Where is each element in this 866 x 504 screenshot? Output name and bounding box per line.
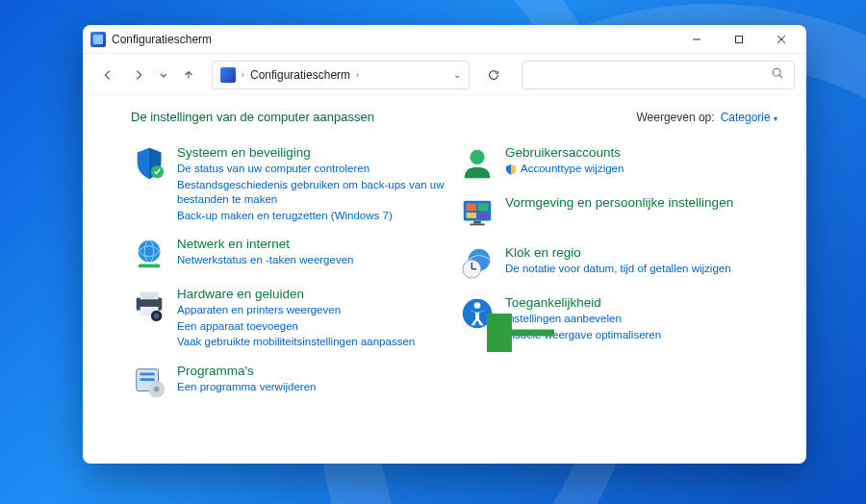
viewby-label: Weergeven op: [636,111,714,124]
category-title[interactable]: Systeem en beveiliging [177,145,449,161]
forward-button[interactable] [125,62,152,88]
category-title[interactable]: Klok en regio [505,245,731,261]
close-button[interactable] [760,26,802,53]
address-bar[interactable]: › Configuratiescherm › ⌄ [212,61,470,89]
right-column: Gebruikersaccounts Accounttype wijzigen [459,145,777,414]
printer-icon [131,287,167,323]
category-accessibility: Toegankelijkheid Instellingen aanbevelen… [459,295,777,342]
category-network: Netwerk en internet Netwerkstatus en -ta… [131,237,449,273]
search-icon [771,66,784,83]
chevron-down-icon: ▾ [774,114,777,123]
category-sublink[interactable]: Back-up maken en terugzetten (Windows 7) [177,209,449,224]
category-appearance: Vormgeving en persoonlijke instellingen [459,195,777,232]
viewby-dropdown[interactable]: Categorie ▾ [721,111,777,124]
svg-rect-11 [140,292,159,300]
app-icon [90,32,106,47]
category-sublink[interactable]: Bestandsgeschiedenis gebruiken om back-u… [177,178,449,208]
category-system: Systeem en beveiliging De status van uw … [131,145,449,223]
category-title[interactable]: Vormgeving en persoonlijke instellingen [505,195,733,211]
address-icon [220,67,236,83]
category-title[interactable]: Programma's [177,364,316,379]
category-sublink[interactable]: Visuele weergave optimaliseren [505,328,661,343]
titlebar: Configuratiescherm [83,25,806,54]
category-sublink[interactable]: Accounttype wijzigen [521,162,624,177]
svg-point-33 [474,302,481,309]
control-panel-window: Configuratiescherm › C [83,25,806,464]
category-clock: Klok en regio De notatie voor datum, tij… [459,245,777,282]
category-title[interactable]: Hardware en geluiden [177,287,415,302]
shield-icon [131,145,167,182]
recent-locations-button[interactable] [156,62,171,88]
svg-line-5 [779,75,782,78]
category-hardware: Hardware en geluiden Apparaten en printe… [131,287,449,350]
maximize-button[interactable] [718,26,760,53]
category-sublink[interactable]: De status van uw computer controleren [177,162,449,177]
category-sublink[interactable]: Vaak gebruikte mobiliteitsinstellingen a… [177,335,415,350]
category-title[interactable]: Toegankelijkheid [505,295,661,311]
category-sublink[interactable]: Instellingen aanbevelen [505,312,661,327]
category-sublink[interactable]: Apparaten en printers weergeven [177,303,415,318]
left-column: Systeem en beveiliging De status van uw … [131,145,449,414]
chevron-down-icon[interactable]: ⌄ [453,69,461,80]
svg-rect-27 [470,223,484,225]
user-icon [459,145,496,182]
category-sublink[interactable]: Netwerkstatus en -taken weergeven [177,253,353,268]
category-sublink[interactable]: De notatie voor datum, tijd of getallen … [505,262,731,277]
category-programs: Programma's Een programma verwijderen [131,364,449,400]
category-title[interactable]: Netwerk en internet [177,237,353,252]
appearance-icon [459,195,496,232]
svg-rect-1 [736,36,743,42]
view-by: Weergeven op: Categorie ▾ [636,111,777,124]
svg-rect-16 [140,372,155,375]
content-area: De instellingen van de computer aanpasse… [83,96,806,464]
search-box[interactable] [522,61,795,89]
refresh-button[interactable] [479,61,508,89]
svg-rect-24 [467,213,476,218]
category-sublink[interactable]: Een apparaat toevoegen [177,319,415,335]
svg-rect-22 [467,204,476,212]
up-button[interactable] [175,62,202,88]
programs-icon [131,364,167,400]
window-title: Configuratiescherm [112,33,212,46]
svg-rect-26 [473,221,481,224]
svg-point-20 [470,150,484,164]
svg-rect-25 [478,213,488,218]
svg-point-4 [773,68,780,76]
svg-rect-17 [140,378,155,381]
accessibility-icon [459,295,496,332]
minimize-button[interactable] [675,26,718,53]
globe-icon [131,237,167,273]
chevron-right-icon: › [242,70,244,80]
category-sublink[interactable]: Een programma verwijderen [177,380,316,395]
nav-toolbar: › Configuratiescherm › ⌄ [83,54,806,96]
category-title[interactable]: Gebruikersaccounts [505,145,624,161]
uac-shield-icon [505,164,517,175]
chevron-right-icon: › [356,70,359,80]
category-users: Gebruikersaccounts Accounttype wijzigen [459,145,777,182]
back-button[interactable] [94,62,121,88]
svg-point-7 [139,240,161,263]
svg-point-19 [154,387,160,392]
svg-rect-9 [139,265,161,268]
clock-icon [459,245,496,282]
page-headline: De instellingen van de computer aanpasse… [131,110,374,124]
window-buttons [675,26,802,53]
svg-point-14 [154,314,160,319]
breadcrumb-root[interactable]: Configuratiescherm [250,68,350,82]
svg-rect-23 [478,204,488,212]
